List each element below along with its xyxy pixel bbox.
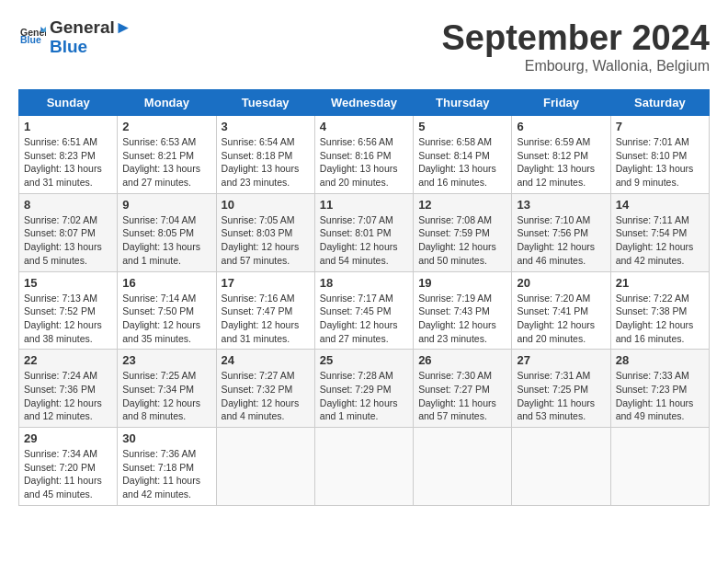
day-number: 6 bbox=[517, 120, 605, 133]
calendar-table: SundayMondayTuesdayWednesdayThursdayFrid… bbox=[18, 89, 710, 506]
day-cell-2: 2Sunrise: 6:53 AM Sunset: 8:21 PM Daylig… bbox=[118, 116, 216, 194]
page-header: General Blue General► Blue September 202… bbox=[18, 18, 710, 75]
day-number: 2 bbox=[122, 120, 210, 133]
day-info: Sunrise: 7:31 AM Sunset: 7:25 PM Dayligh… bbox=[517, 369, 605, 423]
day-number: 1 bbox=[24, 120, 112, 133]
day-info: Sunrise: 6:54 AM Sunset: 8:18 PM Dayligh… bbox=[222, 135, 310, 190]
weekday-header-friday: Friday bbox=[512, 90, 610, 116]
day-info: Sunrise: 7:02 AM Sunset: 8:07 PM Dayligh… bbox=[24, 213, 112, 268]
day-info: Sunrise: 7:28 AM Sunset: 7:29 PM Dayligh… bbox=[320, 369, 408, 423]
calendar-week-5: 29Sunrise: 7:34 AM Sunset: 7:20 PM Dayli… bbox=[19, 428, 710, 506]
day-cell-13: 13Sunrise: 7:10 AM Sunset: 7:56 PM Dayli… bbox=[512, 193, 610, 271]
day-number: 23 bbox=[122, 353, 210, 367]
logo: General Blue General► Blue bbox=[18, 18, 132, 57]
day-cell-4: 4Sunrise: 6:56 AM Sunset: 8:16 PM Daylig… bbox=[314, 116, 413, 194]
weekday-header-tuesday: Tuesday bbox=[216, 90, 314, 116]
calendar-body: 1Sunrise: 6:51 AM Sunset: 8:23 PM Daylig… bbox=[19, 116, 710, 506]
day-number: 14 bbox=[616, 198, 704, 212]
day-number: 29 bbox=[24, 431, 112, 445]
month-title: September 2024 bbox=[442, 18, 711, 58]
empty-cell bbox=[414, 428, 512, 506]
calendar-week-3: 15Sunrise: 7:13 AM Sunset: 7:52 PM Dayli… bbox=[19, 271, 710, 350]
day-cell-27: 27Sunrise: 7:31 AM Sunset: 7:25 PM Dayli… bbox=[512, 350, 610, 428]
day-number: 10 bbox=[222, 198, 310, 212]
day-number: 30 bbox=[122, 431, 210, 445]
day-cell-6: 6Sunrise: 6:59 AM Sunset: 8:12 PM Daylig… bbox=[512, 116, 610, 194]
day-info: Sunrise: 6:53 AM Sunset: 8:21 PM Dayligh… bbox=[122, 135, 210, 190]
weekday-header-row: SundayMondayTuesdayWednesdayThursdayFrid… bbox=[19, 90, 710, 116]
day-info: Sunrise: 7:14 AM Sunset: 7:50 PM Dayligh… bbox=[122, 292, 210, 346]
day-cell-3: 3Sunrise: 6:54 AM Sunset: 8:18 PM Daylig… bbox=[216, 116, 314, 194]
day-cell-23: 23Sunrise: 7:25 AM Sunset: 7:34 PM Dayli… bbox=[118, 350, 216, 428]
day-cell-9: 9Sunrise: 7:04 AM Sunset: 8:05 PM Daylig… bbox=[118, 193, 216, 271]
day-cell-30: 30Sunrise: 7:36 AM Sunset: 7:18 PM Dayli… bbox=[118, 428, 216, 506]
day-cell-18: 18Sunrise: 7:17 AM Sunset: 7:45 PM Dayli… bbox=[314, 271, 413, 350]
day-number: 26 bbox=[418, 353, 506, 367]
day-cell-1: 1Sunrise: 6:51 AM Sunset: 8:23 PM Daylig… bbox=[19, 116, 118, 194]
day-info: Sunrise: 7:20 AM Sunset: 7:41 PM Dayligh… bbox=[517, 292, 605, 346]
day-info: Sunrise: 7:27 AM Sunset: 7:32 PM Dayligh… bbox=[222, 369, 310, 423]
day-cell-7: 7Sunrise: 7:01 AM Sunset: 8:10 PM Daylig… bbox=[610, 116, 709, 194]
day-info: Sunrise: 7:10 AM Sunset: 7:56 PM Dayligh… bbox=[517, 213, 605, 268]
day-info: Sunrise: 7:04 AM Sunset: 8:05 PM Dayligh… bbox=[122, 213, 210, 268]
empty-cell bbox=[512, 428, 610, 506]
day-cell-8: 8Sunrise: 7:02 AM Sunset: 8:07 PM Daylig… bbox=[19, 193, 118, 271]
day-cell-21: 21Sunrise: 7:22 AM Sunset: 7:38 PM Dayli… bbox=[610, 271, 709, 350]
day-number: 13 bbox=[517, 198, 605, 212]
day-info: Sunrise: 7:17 AM Sunset: 7:45 PM Dayligh… bbox=[320, 292, 408, 346]
day-info: Sunrise: 7:30 AM Sunset: 7:27 PM Dayligh… bbox=[418, 369, 506, 423]
location-subtitle: Embourg, Wallonia, Belgium bbox=[442, 58, 711, 75]
day-number: 5 bbox=[418, 120, 506, 133]
empty-cell bbox=[314, 428, 413, 506]
day-cell-10: 10Sunrise: 7:05 AM Sunset: 8:03 PM Dayli… bbox=[216, 193, 314, 271]
calendar-week-2: 8Sunrise: 7:02 AM Sunset: 8:07 PM Daylig… bbox=[19, 193, 710, 271]
day-cell-29: 29Sunrise: 7:34 AM Sunset: 7:20 PM Dayli… bbox=[19, 428, 118, 506]
day-info: Sunrise: 7:24 AM Sunset: 7:36 PM Dayligh… bbox=[24, 369, 112, 423]
day-number: 9 bbox=[122, 198, 210, 212]
day-number: 11 bbox=[320, 198, 408, 212]
day-number: 24 bbox=[222, 353, 310, 367]
empty-cell bbox=[216, 428, 314, 506]
day-info: Sunrise: 7:07 AM Sunset: 8:01 PM Dayligh… bbox=[320, 213, 408, 268]
day-info: Sunrise: 7:19 AM Sunset: 7:43 PM Dayligh… bbox=[418, 292, 506, 346]
day-number: 12 bbox=[418, 198, 506, 212]
day-cell-20: 20Sunrise: 7:20 AM Sunset: 7:41 PM Dayli… bbox=[512, 271, 610, 350]
weekday-header-monday: Monday bbox=[118, 90, 216, 116]
day-info: Sunrise: 6:58 AM Sunset: 8:14 PM Dayligh… bbox=[418, 135, 506, 190]
day-info: Sunrise: 7:08 AM Sunset: 7:59 PM Dayligh… bbox=[418, 213, 506, 268]
weekday-header-wednesday: Wednesday bbox=[314, 90, 413, 116]
day-number: 27 bbox=[517, 353, 605, 367]
day-info: Sunrise: 7:33 AM Sunset: 7:23 PM Dayligh… bbox=[616, 369, 704, 423]
day-cell-14: 14Sunrise: 7:11 AM Sunset: 7:54 PM Dayli… bbox=[610, 193, 709, 271]
day-cell-22: 22Sunrise: 7:24 AM Sunset: 7:36 PM Dayli… bbox=[19, 350, 118, 428]
day-cell-15: 15Sunrise: 7:13 AM Sunset: 7:52 PM Dayli… bbox=[19, 271, 118, 350]
day-info: Sunrise: 7:05 AM Sunset: 8:03 PM Dayligh… bbox=[222, 213, 310, 268]
day-number: 15 bbox=[24, 276, 112, 290]
day-number: 18 bbox=[320, 276, 408, 290]
day-number: 17 bbox=[222, 276, 310, 290]
day-info: Sunrise: 7:01 AM Sunset: 8:10 PM Dayligh… bbox=[616, 135, 704, 190]
day-cell-19: 19Sunrise: 7:19 AM Sunset: 7:43 PM Dayli… bbox=[414, 271, 512, 350]
day-cell-5: 5Sunrise: 6:58 AM Sunset: 8:14 PM Daylig… bbox=[414, 116, 512, 194]
day-number: 20 bbox=[517, 276, 605, 290]
day-cell-17: 17Sunrise: 7:16 AM Sunset: 7:47 PM Dayli… bbox=[216, 271, 314, 350]
day-number: 8 bbox=[24, 198, 112, 212]
day-info: Sunrise: 7:13 AM Sunset: 7:52 PM Dayligh… bbox=[24, 292, 112, 346]
day-number: 25 bbox=[320, 353, 408, 367]
day-cell-28: 28Sunrise: 7:33 AM Sunset: 7:23 PM Dayli… bbox=[610, 350, 709, 428]
day-number: 22 bbox=[24, 353, 112, 367]
day-info: Sunrise: 6:59 AM Sunset: 8:12 PM Dayligh… bbox=[517, 135, 605, 190]
day-info: Sunrise: 7:25 AM Sunset: 7:34 PM Dayligh… bbox=[122, 369, 210, 423]
empty-cell bbox=[610, 428, 709, 506]
day-info: Sunrise: 7:11 AM Sunset: 7:54 PM Dayligh… bbox=[616, 213, 704, 268]
calendar-week-4: 22Sunrise: 7:24 AM Sunset: 7:36 PM Dayli… bbox=[19, 350, 710, 428]
day-cell-12: 12Sunrise: 7:08 AM Sunset: 7:59 PM Dayli… bbox=[414, 193, 512, 271]
title-block: September 2024 Embourg, Wallonia, Belgiu… bbox=[442, 18, 711, 75]
day-cell-11: 11Sunrise: 7:07 AM Sunset: 8:01 PM Dayli… bbox=[314, 193, 413, 271]
day-info: Sunrise: 7:36 AM Sunset: 7:18 PM Dayligh… bbox=[122, 447, 210, 501]
day-number: 21 bbox=[616, 276, 704, 290]
day-info: Sunrise: 6:56 AM Sunset: 8:16 PM Dayligh… bbox=[320, 135, 408, 190]
svg-text:Blue: Blue bbox=[20, 34, 41, 45]
weekday-header-thursday: Thursday bbox=[414, 90, 512, 116]
day-number: 16 bbox=[122, 276, 210, 290]
